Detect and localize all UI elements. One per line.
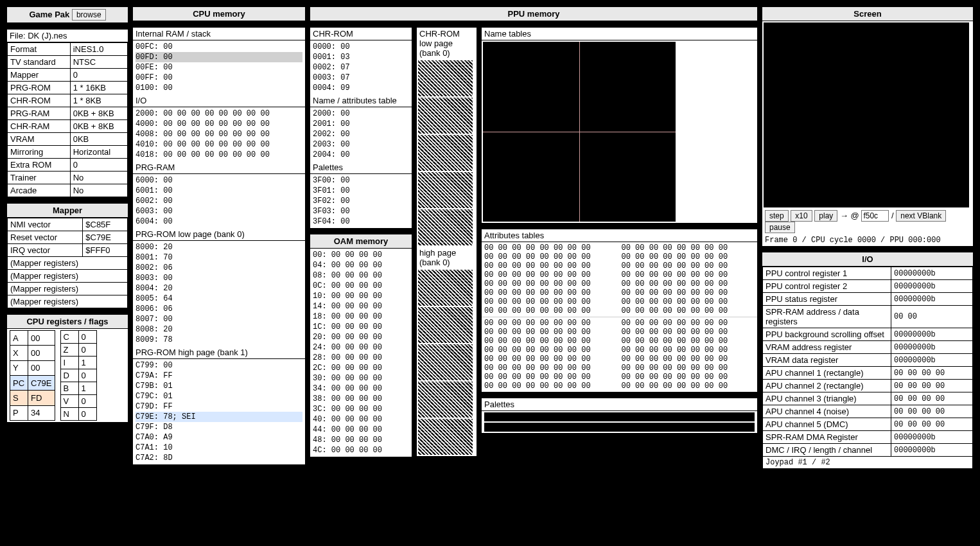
table-row: NMI vector$C85F	[8, 218, 128, 231]
mem-line: C79F: D8	[136, 422, 302, 432]
mem-line: 6000: 00	[136, 175, 302, 186]
mem-line: 2001: 00	[313, 119, 409, 129]
table-row: VRAM data register00000000b	[763, 354, 973, 367]
mem-line: 8006: 06	[136, 304, 302, 314]
mem-line: 2002: 00	[313, 129, 409, 139]
mem-line: C7A0: A9	[136, 432, 302, 443]
mem-line: 1C: 00 00 00 00	[313, 322, 409, 332]
mem-line: 3F01: 00	[313, 186, 409, 196]
screen-view	[764, 22, 969, 207]
mem-line: 10: 00 00 00 00	[313, 291, 409, 301]
step-button[interactable]: step	[765, 210, 789, 222]
prgram-label: PRG-RAM	[133, 161, 305, 174]
mem-line: C79C: 01	[136, 391, 302, 401]
attr-line: 00 00 00 00 00 00 00 00	[484, 270, 618, 279]
mem-line: 8004: 20	[136, 283, 302, 294]
mem-line: 4010: 00 00 00 00 00 00 00 00	[136, 139, 302, 150]
prgram-list: 6000: 006001: 006002: 006003: 006004: 00	[133, 174, 305, 228]
mem-line: 4C: 00 00 00 00	[313, 445, 409, 455]
mem-line: 0C: 00 00 00 00	[313, 281, 409, 291]
tile-preview	[418, 135, 473, 171]
mem-line: 08: 00 00 00 00	[313, 270, 409, 281]
tile-preview	[418, 60, 473, 96]
table-row: Extra ROM0	[8, 159, 128, 172]
table-row: I1	[60, 357, 96, 369]
mem-line: 20: 00 00 00 00	[313, 332, 409, 342]
attr-line: 00 00 00 00 00 00 00 00	[484, 243, 618, 252]
table-row: VRAM0KB	[8, 133, 128, 146]
io-header: I/O	[762, 252, 973, 267]
mem-line: 34: 00 00 00 00	[313, 383, 409, 394]
tile-preview	[418, 172, 473, 208]
mem-line: 2003: 00	[313, 139, 409, 150]
mem-line: 6004: 00	[136, 216, 302, 227]
attr-line: 00 00 00 00 00 00 00 00	[622, 306, 755, 315]
mem-line: 2000: 00 00 00 00 00 00 00 00	[136, 109, 302, 119]
attr-line: 00 00 00 00 00 00 00 00	[622, 270, 755, 279]
nt-list: 2000: 002001: 002002: 002003: 002004: 00	[310, 107, 412, 161]
mem-line: 0004: 09	[313, 83, 409, 93]
attr-line: 00 00 00 00 00 00 00 00	[484, 382, 618, 391]
mem-line: 0002: 07	[313, 62, 409, 73]
attr-line: 00 00 00 00 00 00 00 00	[622, 243, 755, 252]
mem-line: 8002: 06	[136, 263, 302, 273]
x10-button[interactable]: x10	[791, 210, 812, 222]
file-label: File: DK (J).nes	[7, 30, 128, 42]
mem-line: C79A: FF	[136, 371, 302, 381]
screen-controls: step x10 play → @ / next VBlank pause	[762, 209, 973, 234]
play-button[interactable]: play	[814, 210, 837, 222]
table-row: PPU status register00000000b	[763, 293, 973, 306]
nt-label: Name / attributes table	[310, 94, 412, 107]
ram-label: Internal RAM / stack	[133, 28, 305, 40]
mem-line: 8003: 00	[136, 273, 302, 283]
attr-line: 00 00 00 00 00 00 00 00	[484, 364, 618, 373]
target-address-input[interactable]	[861, 210, 889, 222]
table-row: FormatiNES1.0	[8, 43, 128, 56]
mem-line: 6002: 00	[136, 196, 302, 206]
mem-line: 6001: 00	[136, 186, 302, 196]
attr-line: 00 00 00 00 00 00 00 00	[622, 346, 755, 355]
mem-line: 14: 00 00 00 00	[313, 301, 409, 312]
attr-line: 00 00 00 00 00 00 00 00	[622, 297, 755, 306]
table-row: APU channel 5 (DMC)00 00 00 00	[763, 418, 973, 431]
ram-list: 00FC: 0000FD: 0000FE: 0000FF: 000100: 00	[133, 40, 305, 94]
attr-line: 00 00 00 00 00 00 00 00	[622, 355, 755, 364]
pal-list: 3F00: 003F01: 003F02: 003F03: 003F04: 00	[310, 174, 412, 228]
io-table: PPU control register 100000000bPPU contr…	[762, 267, 973, 469]
table-row: PRG-ROM1 * 16KB	[8, 82, 128, 94]
cpu-regs-table: A00X00Y00PCC79ESFDP34	[10, 330, 55, 421]
mem-line: 8005: 64	[136, 294, 302, 304]
mem-line: C7A2: 8D	[136, 453, 302, 463]
table-row: SFD	[10, 391, 55, 405]
mem-line: 40: 00 00 00 00	[313, 414, 409, 425]
table-row: X00	[10, 346, 55, 360]
table-row: APU channel 3 (triangle)00 00 00 00	[763, 392, 973, 405]
attr-line: 00 00 00 00 00 00 00 00	[622, 279, 755, 288]
table-row: PRG-RAM0KB + 8KB	[8, 107, 128, 120]
tile-preview	[418, 419, 473, 455]
table-row: PPU control register 100000000b	[763, 267, 973, 280]
tile-preview	[418, 98, 473, 134]
table-row: PPU control register 200000000b	[763, 280, 973, 293]
mem-line: 44: 00 00 00 00	[313, 425, 409, 435]
attr-line: 00 00 00 00 00 00 00 00	[622, 319, 755, 328]
table-row: Z0	[60, 344, 96, 357]
prglo-label: PRG-ROM low page (bank 0)	[133, 228, 305, 241]
mem-line: 00FD: 00	[136, 52, 302, 62]
pause-button[interactable]: pause	[765, 222, 795, 233]
pal-label: Palettes	[310, 161, 412, 174]
table-row: A00	[10, 331, 55, 346]
tile-preview	[418, 307, 473, 343]
next-vblank-button[interactable]: next VBlank	[896, 210, 946, 222]
mem-line: 2000: 00	[313, 109, 409, 119]
mem-line: 2004: 00	[313, 150, 409, 160]
attr-line: 00 00 00 00 00 00 00 00	[484, 319, 618, 328]
mem-line: 0100: 00	[136, 83, 302, 93]
table-row: (Mapper registers)	[8, 283, 128, 295]
browse-button[interactable]: browse	[72, 9, 106, 21]
attr-line: 00 00 00 00 00 00 00 00	[484, 346, 618, 355]
attr-tables-bottom: 00 00 00 00 00 00 00 0000 00 00 00 00 00…	[482, 317, 757, 392]
table-row: MirroringHorizontal	[8, 146, 128, 159]
cpu-io-list: 2000: 00 00 00 00 00 00 00 004000: 00 00…	[133, 107, 305, 161]
attr-line: 00 00 00 00 00 00 00 00	[622, 252, 755, 261]
